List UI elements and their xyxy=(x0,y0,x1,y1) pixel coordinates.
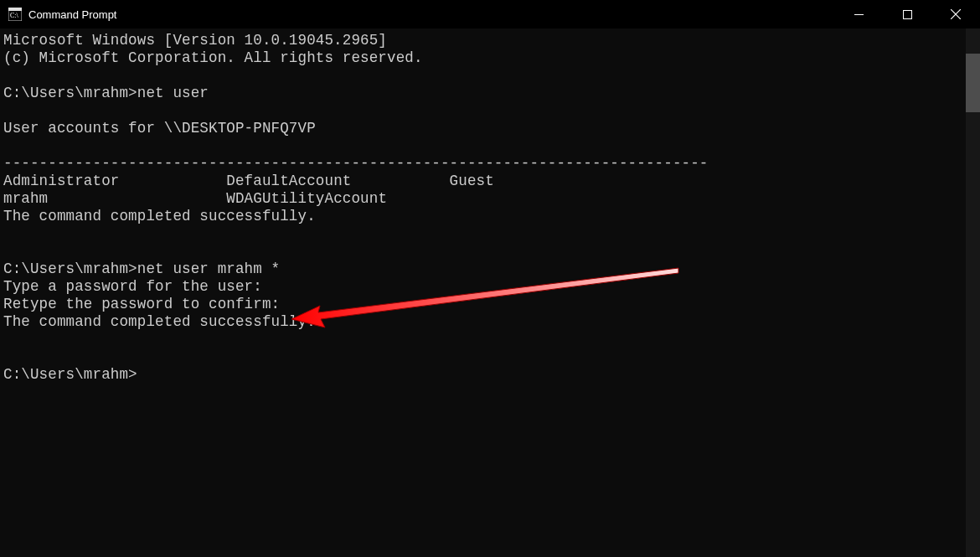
titlebar: C:\ Command Prompt xyxy=(0,0,980,28)
terminal-output[interactable]: Microsoft Windows [Version 10.0.19045.29… xyxy=(0,28,980,387)
svg-text:C:\: C:\ xyxy=(10,12,19,19)
user-cell: WDAGUtilityAccount xyxy=(226,190,387,207)
os-version-line: Microsoft Windows [Version 10.0.19045.29… xyxy=(3,32,387,49)
window-controls xyxy=(834,0,980,28)
copyright-line: (c) Microsoft Corporation. All rights re… xyxy=(3,49,423,66)
accounts-header: User accounts for \\DESKTOP-PNFQ7VP xyxy=(3,120,316,137)
close-button[interactable] xyxy=(931,0,980,28)
divider-line: ----------------------------------------… xyxy=(3,155,709,172)
user-cell: DefaultAccount xyxy=(226,173,351,189)
svg-rect-1 xyxy=(8,8,22,11)
maximize-button[interactable] xyxy=(883,0,931,28)
success-message: The command completed successfully. xyxy=(3,208,316,224)
minimize-button[interactable] xyxy=(834,0,883,28)
command-text: net user xyxy=(137,85,209,101)
window-title: Command Prompt xyxy=(28,8,834,21)
command-text: net user mrahm * xyxy=(137,260,280,277)
prompt: C:\Users\mrahm> xyxy=(3,260,137,277)
user-cell: Administrator xyxy=(3,173,119,189)
scrollbar-thumb[interactable] xyxy=(966,54,980,112)
password-prompt: Type a password for the user: xyxy=(3,278,262,295)
password-confirm-prompt: Retype the password to confirm: xyxy=(3,296,280,312)
svg-rect-4 xyxy=(903,10,911,18)
user-cell: mrahm xyxy=(3,190,48,207)
success-message: The command completed successfully. xyxy=(3,313,316,330)
scrollbar-track[interactable] xyxy=(966,28,980,557)
cmd-icon: C:\ xyxy=(8,8,22,21)
prompt: C:\Users\mrahm> xyxy=(3,366,137,383)
user-cell: Guest xyxy=(450,173,494,189)
prompt: C:\Users\mrahm> xyxy=(3,85,137,101)
